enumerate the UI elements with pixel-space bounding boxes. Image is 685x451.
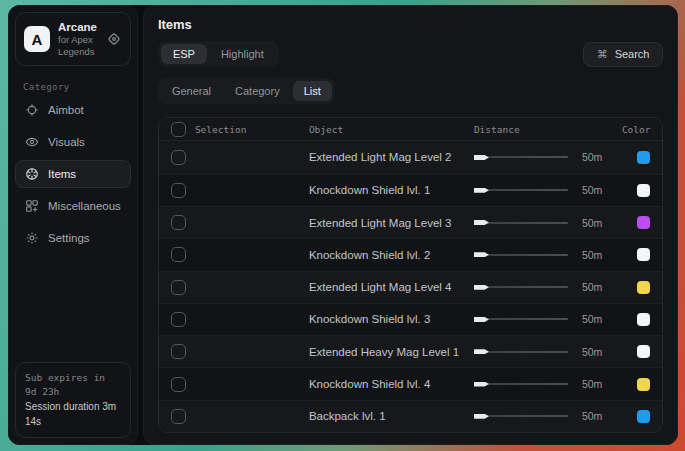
table-row: Knockdown Shield lvl. 4 50m [159, 367, 663, 399]
row-checkbox[interactable] [171, 150, 186, 165]
app-logo: A [24, 26, 50, 52]
table-row: Extended Heavy Mag Level 1 50m [159, 335, 663, 367]
sidebar-item-settings[interactable]: Settings [15, 224, 131, 252]
color-swatch[interactable] [637, 184, 650, 197]
diamond-icon[interactable] [106, 31, 122, 47]
object-name: Knockdown Shield lvl. 2 [309, 249, 474, 261]
crosshair-icon [25, 103, 39, 117]
sidebar-item-miscellaneous[interactable]: Miscellaneous [15, 192, 131, 220]
distance-slider[interactable] [474, 415, 582, 417]
color-swatch[interactable] [637, 281, 650, 294]
gear-icon [25, 231, 39, 245]
app-title: Arcane [58, 20, 98, 34]
sub-expiry-text: Sub expires in 9d 23h [25, 371, 121, 400]
distance-slider[interactable] [474, 286, 582, 288]
distance-value: 50m [582, 313, 622, 325]
select-all-checkbox[interactable] [171, 122, 186, 137]
row-checkbox[interactable] [171, 183, 186, 198]
distance-slider[interactable] [474, 351, 582, 353]
column-color: Color [622, 124, 663, 135]
distance-value: 50m [582, 281, 622, 293]
table-body: Extended Light Mag Level 2 50m Knockdown… [159, 141, 663, 432]
distance-value: 50m [582, 410, 622, 422]
column-object: Object [309, 124, 474, 135]
search-label: Search [615, 48, 650, 60]
distance-value: 50m [582, 184, 622, 196]
table-row: Extended Light Mag Level 3 50m [159, 206, 663, 238]
distance-slider[interactable] [474, 254, 582, 256]
distance-slider[interactable] [474, 383, 582, 385]
app-subtitle: for Apex Legends [58, 34, 98, 58]
column-selection: Selection [195, 124, 246, 135]
view-tabs: GeneralCategoryList [158, 78, 335, 104]
session-duration-text: Session duration 3m 14s [25, 399, 121, 429]
distance-slider[interactable] [474, 156, 582, 158]
object-name: Knockdown Shield lvl. 3 [309, 313, 474, 325]
subscription-card: Sub expires in 9d 23h Session duration 3… [15, 362, 131, 439]
row-checkbox[interactable] [171, 215, 186, 230]
object-name: Extended Heavy Mag Level 1 [309, 346, 474, 358]
color-swatch[interactable] [637, 216, 650, 229]
page-title: Items [158, 17, 664, 32]
color-swatch[interactable] [637, 151, 650, 164]
slider-handle[interactable] [474, 220, 489, 225]
object-name: Knockdown Shield lvl. 4 [309, 378, 474, 390]
table-row: Knockdown Shield lvl. 1 50m [159, 174, 663, 206]
items-table: Selection Object Distance Color Extended… [158, 117, 664, 433]
distance-value: 50m [582, 151, 622, 163]
table-row: Backpack lvl. 1 50m [159, 400, 663, 432]
table-row: Extended Light Mag Level 4 50m [159, 271, 663, 303]
color-swatch[interactable] [637, 313, 650, 326]
row-checkbox[interactable] [171, 247, 186, 262]
color-swatch[interactable] [637, 345, 650, 358]
object-name: Extended Light Mag Level 2 [309, 151, 474, 163]
sidebar-item-visuals[interactable]: Visuals [15, 128, 131, 156]
search-button[interactable]: ⌘ Search [583, 42, 664, 67]
table-row: Knockdown Shield lvl. 2 50m [159, 238, 663, 270]
view-tab-list[interactable]: List [293, 81, 332, 101]
distance-value: 50m [582, 249, 622, 261]
distance-slider[interactable] [474, 318, 582, 320]
row-checkbox[interactable] [171, 344, 186, 359]
row-checkbox[interactable] [171, 312, 186, 327]
object-name: Extended Light Mag Level 3 [309, 217, 474, 229]
view-tab-category[interactable]: Category [224, 81, 291, 101]
row-checkbox[interactable] [171, 377, 186, 392]
sidebar-nav: AimbotVisualsItemsMiscellaneousSettings [15, 96, 131, 252]
sidebar: A Arcane for Apex Legends Category Aimbo… [8, 5, 138, 445]
object-name: Extended Light Mag Level 4 [309, 281, 474, 293]
main-panel: Items ESPHighlight ⌘ Search GeneralCateg… [143, 5, 679, 445]
mode-tabs: ESPHighlight [158, 41, 279, 67]
distance-slider[interactable] [474, 189, 582, 191]
mode-tab-highlight[interactable]: Highlight [209, 44, 276, 64]
app-header-card: A Arcane for Apex Legends [15, 12, 131, 66]
table-row: Extended Light Mag Level 2 50m [159, 141, 663, 173]
distance-value: 50m [582, 346, 622, 358]
row-checkbox[interactable] [171, 409, 186, 424]
sidebar-item-items[interactable]: Items [15, 160, 131, 188]
distance-value: 50m [582, 217, 622, 229]
mode-tab-esp[interactable]: ESP [161, 44, 207, 64]
object-name: Backpack lvl. 1 [309, 410, 474, 422]
eye-icon [25, 135, 39, 149]
box-icon [25, 167, 39, 181]
row-checkbox[interactable] [171, 280, 186, 295]
column-distance: Distance [474, 124, 582, 135]
sidebar-item-aimbot[interactable]: Aimbot [15, 96, 131, 124]
table-row: Knockdown Shield lvl. 3 50m [159, 303, 663, 335]
object-name: Knockdown Shield lvl. 1 [309, 184, 474, 196]
color-swatch[interactable] [637, 378, 650, 391]
sidebar-section-label: Category [23, 82, 131, 92]
table-header: Selection Object Distance Color [159, 118, 663, 141]
grid-icon [25, 199, 39, 213]
color-swatch[interactable] [637, 410, 650, 423]
color-swatch[interactable] [637, 248, 650, 261]
distance-value: 50m [582, 378, 622, 390]
distance-slider[interactable] [474, 222, 582, 224]
arcane-window: A Arcane for Apex Legends Category Aimbo… [8, 5, 678, 445]
command-icon: ⌘ [597, 48, 608, 61]
view-tab-general[interactable]: General [161, 81, 222, 101]
